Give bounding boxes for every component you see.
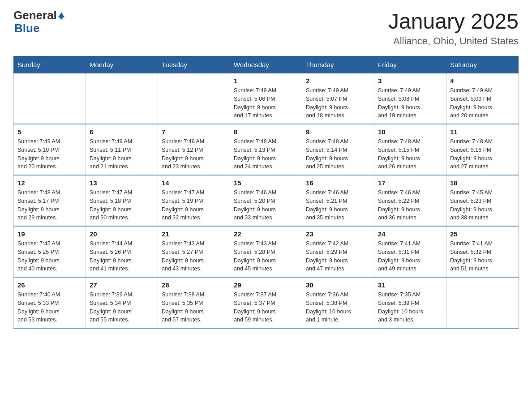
calendar-cell bbox=[158, 73, 230, 124]
calendar-table: SundayMondayTuesdayWednesdayThursdayFrid… bbox=[13, 56, 519, 329]
day-info: Sunrise: 7:42 AM Sunset: 5:29 PM Dayligh… bbox=[306, 240, 370, 273]
day-number: 8 bbox=[234, 128, 298, 136]
calendar-cell: 6Sunrise: 7:49 AM Sunset: 5:11 PM Daylig… bbox=[86, 124, 158, 175]
day-info: Sunrise: 7:38 AM Sunset: 5:35 PM Dayligh… bbox=[162, 291, 226, 324]
calendar-cell: 24Sunrise: 7:41 AM Sunset: 5:31 PM Dayli… bbox=[374, 226, 446, 277]
day-number: 12 bbox=[17, 179, 82, 187]
week-row-5: 26Sunrise: 7:40 AM Sunset: 5:33 PM Dayli… bbox=[14, 277, 519, 328]
day-number: 30 bbox=[306, 281, 370, 289]
day-number: 3 bbox=[378, 77, 442, 85]
day-number: 6 bbox=[90, 128, 154, 136]
day-info: Sunrise: 7:43 AM Sunset: 5:28 PM Dayligh… bbox=[234, 240, 298, 273]
calendar-cell: 28Sunrise: 7:38 AM Sunset: 5:35 PM Dayli… bbox=[158, 277, 230, 328]
calendar-cell: 21Sunrise: 7:43 AM Sunset: 5:27 PM Dayli… bbox=[158, 226, 230, 277]
calendar-subtitle: Alliance, Ohio, United States bbox=[388, 35, 519, 47]
day-number: 27 bbox=[90, 281, 154, 289]
day-header-saturday: Saturday bbox=[446, 56, 519, 73]
day-number: 14 bbox=[162, 179, 226, 187]
day-number: 17 bbox=[378, 179, 442, 187]
day-info: Sunrise: 7:49 AM Sunset: 5:11 PM Dayligh… bbox=[90, 137, 154, 171]
day-number: 19 bbox=[17, 230, 82, 238]
day-number: 28 bbox=[162, 281, 226, 289]
day-number: 13 bbox=[90, 179, 154, 187]
title-section: January 2025 Alliance, Ohio, United Stat… bbox=[388, 9, 519, 47]
day-info: Sunrise: 7:45 AM Sunset: 5:25 PM Dayligh… bbox=[17, 240, 82, 273]
day-header-sunday: Sunday bbox=[14, 56, 86, 73]
day-number: 18 bbox=[450, 179, 515, 187]
calendar-cell: 25Sunrise: 7:41 AM Sunset: 5:32 PM Dayli… bbox=[446, 226, 519, 277]
day-info: Sunrise: 7:46 AM Sunset: 5:21 PM Dayligh… bbox=[306, 188, 370, 222]
day-info: Sunrise: 7:46 AM Sunset: 5:22 PM Dayligh… bbox=[378, 188, 442, 222]
day-info: Sunrise: 7:44 AM Sunset: 5:26 PM Dayligh… bbox=[90, 240, 154, 273]
day-header-tuesday: Tuesday bbox=[158, 56, 230, 73]
calendar-cell: 16Sunrise: 7:46 AM Sunset: 5:21 PM Dayli… bbox=[302, 175, 374, 226]
day-header-friday: Friday bbox=[374, 56, 446, 73]
week-row-4: 19Sunrise: 7:45 AM Sunset: 5:25 PM Dayli… bbox=[14, 226, 519, 277]
day-header-wednesday: Wednesday bbox=[230, 56, 302, 73]
calendar-cell bbox=[446, 277, 519, 328]
day-info: Sunrise: 7:40 AM Sunset: 5:33 PM Dayligh… bbox=[17, 291, 82, 324]
day-number: 24 bbox=[378, 230, 442, 238]
day-number: 1 bbox=[234, 77, 298, 85]
day-number: 31 bbox=[378, 281, 442, 289]
day-number: 29 bbox=[234, 281, 298, 289]
calendar-cell: 27Sunrise: 7:39 AM Sunset: 5:34 PM Dayli… bbox=[86, 277, 158, 328]
calendar-cell: 20Sunrise: 7:44 AM Sunset: 5:26 PM Dayli… bbox=[86, 226, 158, 277]
calendar-cell: 10Sunrise: 7:48 AM Sunset: 5:15 PM Dayli… bbox=[374, 124, 446, 175]
day-info: Sunrise: 7:48 AM Sunset: 5:15 PM Dayligh… bbox=[378, 137, 442, 171]
calendar-cell: 14Sunrise: 7:47 AM Sunset: 5:19 PM Dayli… bbox=[158, 175, 230, 226]
calendar-cell: 31Sunrise: 7:35 AM Sunset: 5:39 PM Dayli… bbox=[374, 277, 446, 328]
day-number: 2 bbox=[306, 77, 370, 85]
day-number: 25 bbox=[450, 230, 515, 238]
day-number: 5 bbox=[17, 128, 82, 136]
day-number: 22 bbox=[234, 230, 298, 238]
day-info: Sunrise: 7:48 AM Sunset: 5:17 PM Dayligh… bbox=[17, 188, 82, 222]
calendar-cell: 2Sunrise: 7:49 AM Sunset: 5:07 PM Daylig… bbox=[302, 73, 374, 124]
calendar-cell: 4Sunrise: 7:49 AM Sunset: 5:09 PM Daylig… bbox=[446, 73, 519, 124]
day-number: 21 bbox=[162, 230, 226, 238]
week-row-3: 12Sunrise: 7:48 AM Sunset: 5:17 PM Dayli… bbox=[14, 175, 519, 226]
calendar-cell: 11Sunrise: 7:48 AM Sunset: 5:16 PM Dayli… bbox=[446, 124, 519, 175]
calendar-cell: 23Sunrise: 7:42 AM Sunset: 5:29 PM Dayli… bbox=[302, 226, 374, 277]
week-row-1: 1Sunrise: 7:49 AM Sunset: 5:06 PM Daylig… bbox=[14, 73, 519, 124]
day-number: 23 bbox=[306, 230, 370, 238]
calendar-cell: 18Sunrise: 7:45 AM Sunset: 5:23 PM Dayli… bbox=[446, 175, 519, 226]
day-info: Sunrise: 7:49 AM Sunset: 5:08 PM Dayligh… bbox=[378, 86, 442, 120]
calendar-cell: 12Sunrise: 7:48 AM Sunset: 5:17 PM Dayli… bbox=[14, 175, 86, 226]
day-number: 7 bbox=[162, 128, 226, 136]
calendar-cell bbox=[86, 73, 158, 124]
calendar-cell: 30Sunrise: 7:36 AM Sunset: 5:38 PM Dayli… bbox=[302, 277, 374, 328]
day-number: 10 bbox=[378, 128, 442, 136]
logo-text-general: General bbox=[13, 9, 57, 22]
calendar-cell: 26Sunrise: 7:40 AM Sunset: 5:33 PM Dayli… bbox=[14, 277, 86, 328]
calendar-cell: 22Sunrise: 7:43 AM Sunset: 5:28 PM Dayli… bbox=[230, 226, 302, 277]
day-info: Sunrise: 7:48 AM Sunset: 5:16 PM Dayligh… bbox=[450, 137, 515, 171]
day-info: Sunrise: 7:41 AM Sunset: 5:32 PM Dayligh… bbox=[450, 240, 515, 273]
calendar-cell: 8Sunrise: 7:48 AM Sunset: 5:13 PM Daylig… bbox=[230, 124, 302, 175]
day-info: Sunrise: 7:43 AM Sunset: 5:27 PM Dayligh… bbox=[162, 240, 226, 273]
day-info: Sunrise: 7:41 AM Sunset: 5:31 PM Dayligh… bbox=[378, 240, 442, 273]
calendar-cell: 13Sunrise: 7:47 AM Sunset: 5:18 PM Dayli… bbox=[86, 175, 158, 226]
calendar-cell: 1Sunrise: 7:49 AM Sunset: 5:06 PM Daylig… bbox=[230, 73, 302, 124]
week-row-2: 5Sunrise: 7:49 AM Sunset: 5:10 PM Daylig… bbox=[14, 124, 519, 175]
day-number: 16 bbox=[306, 179, 370, 187]
day-info: Sunrise: 7:35 AM Sunset: 5:39 PM Dayligh… bbox=[378, 291, 442, 324]
day-header-monday: Monday bbox=[86, 56, 158, 73]
calendar-cell: 9Sunrise: 7:48 AM Sunset: 5:14 PM Daylig… bbox=[302, 124, 374, 175]
day-number: 4 bbox=[450, 77, 515, 85]
day-info: Sunrise: 7:47 AM Sunset: 5:18 PM Dayligh… bbox=[90, 188, 154, 222]
day-number: 9 bbox=[306, 128, 370, 136]
calendar-cell bbox=[14, 73, 86, 124]
day-info: Sunrise: 7:48 AM Sunset: 5:14 PM Dayligh… bbox=[306, 137, 370, 171]
day-number: 20 bbox=[90, 230, 154, 238]
day-info: Sunrise: 7:49 AM Sunset: 5:06 PM Dayligh… bbox=[234, 86, 298, 120]
calendar-cell: 17Sunrise: 7:46 AM Sunset: 5:22 PM Dayli… bbox=[374, 175, 446, 226]
day-info: Sunrise: 7:49 AM Sunset: 5:07 PM Dayligh… bbox=[306, 86, 370, 120]
logo: General Blue bbox=[13, 9, 64, 34]
day-info: Sunrise: 7:46 AM Sunset: 5:20 PM Dayligh… bbox=[234, 188, 298, 222]
page-header: General Blue January 2025 Alliance, Ohio… bbox=[13, 9, 519, 47]
day-number: 11 bbox=[450, 128, 515, 136]
day-info: Sunrise: 7:49 AM Sunset: 5:10 PM Dayligh… bbox=[17, 137, 82, 171]
calendar-cell: 19Sunrise: 7:45 AM Sunset: 5:25 PM Dayli… bbox=[14, 226, 86, 277]
day-info: Sunrise: 7:45 AM Sunset: 5:23 PM Dayligh… bbox=[450, 188, 515, 222]
